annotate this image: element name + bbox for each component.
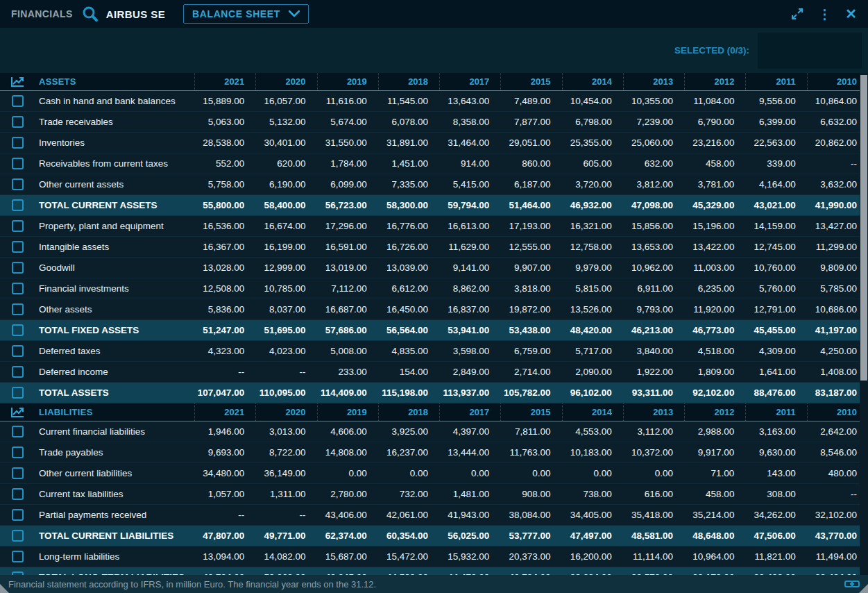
row-checkbox[interactable] — [12, 551, 24, 562]
table-row: Other current assets5,758.006,190.006,09… — [0, 174, 868, 195]
row-label: Inventories — [35, 133, 194, 153]
table-row: Financial investments12,508.0010,785.007… — [0, 278, 868, 299]
checkbox-cell — [0, 320, 35, 340]
row-checkbox[interactable] — [12, 509, 24, 521]
row-checkbox[interactable] — [12, 116, 24, 128]
cell-value: 92,102.00 — [684, 383, 745, 403]
cell-value: 0.00 — [562, 463, 623, 483]
row-checkbox[interactable] — [12, 262, 24, 274]
section-header-assets: ASSETS2021202020192018201720152014201320… — [0, 73, 868, 91]
row-label: Trade payables — [35, 442, 194, 462]
expand-icon[interactable] — [790, 7, 804, 21]
cell-value: 16,321.00 — [562, 216, 623, 236]
year-column-header: 2015 — [500, 73, 561, 90]
cell-value: 480.00 — [807, 463, 868, 483]
cell-value: 53,941.00 — [439, 320, 500, 340]
cell-value: 43,770.00 — [807, 526, 868, 546]
statement-type-dropdown[interactable]: BALANCE SHEET — [183, 4, 309, 24]
cell-value: 14,082.00 — [255, 546, 316, 567]
cell-value: 4,606.00 — [317, 421, 378, 442]
cell-value: 1,922.00 — [623, 362, 684, 382]
resize-grip-left[interactable] — [0, 584, 9, 593]
row-checkbox[interactable] — [12, 158, 24, 169]
row-checkbox[interactable] — [12, 530, 24, 542]
cell-value: 9,630.00 — [745, 442, 806, 462]
checkbox-cell — [0, 567, 35, 575]
cell-value: 1,311.00 — [255, 484, 316, 504]
vertical-scrollbar[interactable] — [860, 73, 868, 575]
cell-value: 1,057.00 — [194, 484, 255, 504]
row-checkbox[interactable] — [12, 95, 24, 107]
row-checkbox[interactable] — [12, 324, 24, 336]
row-checkbox[interactable] — [12, 467, 24, 479]
selected-items-box[interactable] — [758, 33, 862, 69]
table-row: Trade payables9,693.008,722.0014,808.001… — [0, 442, 868, 463]
row-checkbox[interactable] — [12, 283, 24, 294]
row-checkbox[interactable] — [12, 387, 24, 399]
cell-value: 56,723.00 — [317, 195, 378, 215]
checkbox-cell — [0, 112, 35, 132]
cell-value: 9,693.00 — [194, 442, 255, 462]
window-controls: ⋮ ✕ — [790, 7, 857, 21]
checkbox-cell — [0, 237, 35, 257]
cell-value: 7,811.00 — [500, 421, 561, 442]
more-options-icon[interactable]: ⋮ — [818, 8, 831, 21]
resize-grip-right[interactable] — [859, 584, 868, 593]
cell-value: 15,196.00 — [684, 216, 745, 236]
table-row: Other current liabilities34,480.0036,149… — [0, 463, 868, 484]
row-checkbox[interactable] — [12, 446, 24, 458]
table-row: Other assets5,836.008,037.0016,687.0016,… — [0, 299, 868, 320]
cell-value: 0.00 — [317, 463, 378, 483]
search-icon[interactable] — [81, 5, 99, 23]
cell-value: 43,734.00 — [194, 567, 255, 575]
cell-value: 552.00 — [194, 153, 255, 174]
row-checkbox[interactable] — [12, 366, 24, 378]
link-icon[interactable] — [844, 579, 860, 589]
scrollbar-thumb[interactable] — [860, 75, 867, 381]
checkbox-cell — [0, 153, 35, 174]
cell-value: 10,183.00 — [562, 442, 623, 462]
cell-value: 49,771.00 — [255, 526, 316, 546]
cell-value: 5,717.00 — [562, 341, 623, 361]
row-checkbox[interactable] — [12, 199, 24, 211]
cell-value: 4,835.00 — [378, 341, 439, 361]
cell-value: 13,444.00 — [439, 442, 500, 462]
chart-toggle-button[interactable] — [0, 403, 35, 421]
cell-value: 616.00 — [623, 484, 684, 504]
cell-value: -- — [255, 362, 316, 382]
cell-value: 6,099.00 — [317, 174, 378, 194]
row-checkbox[interactable] — [12, 178, 24, 190]
year-column-header: 2013 — [623, 403, 684, 421]
row-checkbox[interactable] — [12, 488, 24, 500]
year-column-header: 2021 — [194, 403, 255, 421]
table-row: Intangible assets16,367.0016,199.0016,59… — [0, 237, 868, 258]
selection-band: SELECTED (0/3): — [0, 28, 868, 73]
year-column-header: 2018 — [378, 403, 439, 421]
row-checkbox[interactable] — [12, 220, 24, 232]
cell-value: 36,149.00 — [255, 463, 316, 483]
cell-value: 13,019.00 — [317, 258, 378, 278]
cell-value: 9,917.00 — [684, 442, 745, 462]
row-checkbox[interactable] — [12, 303, 24, 315]
cell-value: 34,262.00 — [745, 505, 806, 525]
cell-value: 9,556.00 — [745, 91, 806, 111]
cell-value: 12,555.00 — [500, 237, 561, 257]
row-checkbox[interactable] — [12, 426, 24, 437]
row-checkbox[interactable] — [12, 137, 24, 149]
cell-value: 6,790.00 — [684, 112, 745, 132]
row-checkbox[interactable] — [12, 345, 24, 357]
row-checkbox[interactable] — [12, 241, 24, 253]
row-label: Deferred taxes — [35, 341, 194, 361]
cell-value: 10,864.00 — [807, 91, 868, 111]
year-column-header: 2012 — [684, 73, 745, 90]
chart-toggle-button[interactable] — [0, 73, 35, 90]
cell-value: 45,455.00 — [745, 320, 806, 340]
cell-value: 143.00 — [745, 463, 806, 483]
year-column-header: 2013 — [623, 73, 684, 90]
cell-value: 5,674.00 — [317, 112, 378, 132]
cell-value: 6,078.00 — [378, 112, 439, 132]
close-icon[interactable]: ✕ — [845, 7, 857, 21]
cell-value: 1,451.00 — [378, 153, 439, 174]
year-column-header: 2019 — [317, 403, 378, 421]
cell-value: -- — [194, 362, 255, 382]
